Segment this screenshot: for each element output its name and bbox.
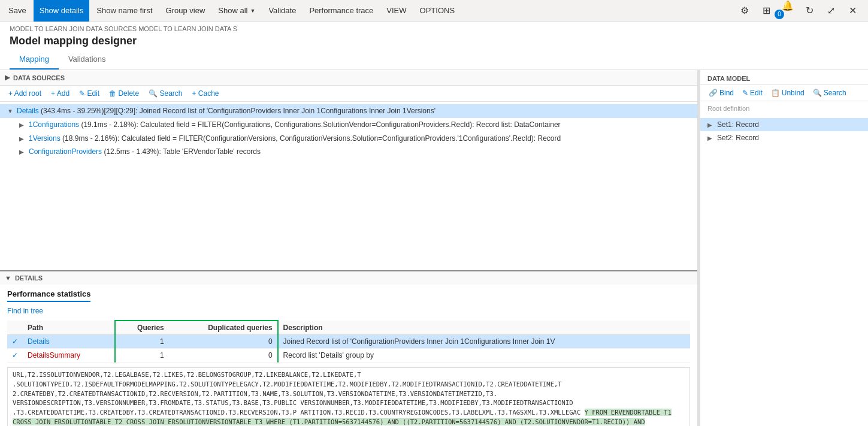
- open-in-new-icon-btn[interactable]: ⤢: [822, 2, 839, 19]
- dm-edit-label: Edit: [750, 89, 763, 97]
- dm-edit-button[interactable]: ✎ Edit: [739, 87, 766, 98]
- close-icon-btn[interactable]: ✕: [844, 2, 861, 19]
- tabs-bar: Mapping Validations: [0, 51, 868, 70]
- detailssummary-path-link: DetailsSummary: [28, 351, 80, 359]
- dm-search-icon: 🔍: [813, 89, 822, 97]
- cache-button[interactable]: + Cache: [188, 88, 222, 99]
- performance-trace-button[interactable]: Performance trace: [303, 0, 379, 22]
- notification-badge: 0: [775, 10, 784, 19]
- col-path: Path: [23, 321, 115, 335]
- unbind-icon: 📋: [771, 89, 780, 97]
- tab-validations[interactable]: Validations: [59, 51, 116, 70]
- tree-item-1configurations-text: 1Configurations (19.1ms - 2.18%): Calcul…: [29, 120, 692, 130]
- lower-section: ▼ DETAILS Performance statistics Find in…: [0, 270, 697, 426]
- unbind-label: Unbind: [782, 89, 805, 97]
- data-model-toolbar: 🔗 Bind ✎ Edit 📋 Unbind 🔍 Search: [700, 85, 868, 101]
- show-all-label: Show all: [218, 6, 247, 15]
- right-panel: DATA MODEL 🔗 Bind ✎ Edit 📋 Unbind 🔍 Sear…: [700, 70, 868, 426]
- desc-cell-summary: Record list 'Details' group by: [278, 349, 690, 362]
- dm-search-label: Search: [824, 89, 846, 97]
- path-cell-summary[interactable]: DetailsSummary: [23, 349, 115, 362]
- page-title: Model mapping designer: [0, 34, 868, 51]
- tree-item-configproviders-text: ConfigurationProviders (12.5ms - 1.43%):…: [29, 147, 692, 157]
- expand-icon-2: ▶: [19, 135, 26, 143]
- collapse-icon: ▼: [7, 107, 14, 116]
- group-view-button[interactable]: Group view: [160, 0, 211, 22]
- data-sources-label: DATA SOURCES: [13, 74, 65, 81]
- tree-item-1configurations[interactable]: ▶ 1Configurations (19.1ms - 2.18%): Calc…: [0, 118, 697, 132]
- details-path-link: Details: [28, 337, 50, 346]
- performance-table: Path Queries Duplicated queries Descript…: [7, 320, 690, 362]
- options-button[interactable]: OPTIONS: [414, 0, 461, 22]
- chevron-down-icon: ▼: [250, 8, 255, 14]
- details-collapse-icon: ▼: [5, 274, 11, 282]
- split-content: ▶ DATA SOURCES + Add root + Add ✎ Edit 🗑…: [0, 70, 868, 426]
- find-in-tree-link[interactable]: Find in tree: [7, 307, 43, 315]
- page-wrapper: MODEL TO LEARN JOIN DATA SOURCES MODEL T…: [0, 22, 868, 426]
- show-all-button[interactable]: Show all ▼: [212, 0, 261, 22]
- expand-icon-3: ▶: [19, 148, 26, 156]
- unbind-button[interactable]: 📋 Unbind: [767, 87, 808, 98]
- bind-label: Bind: [719, 89, 734, 97]
- tree-item-1versions-text: 1Versions (18.9ms - 2.16%): Calculated f…: [29, 134, 692, 144]
- left-panel: ▶ DATA SOURCES + Add root + Add ✎ Edit 🗑…: [0, 70, 698, 426]
- apps-icon-btn[interactable]: ⊞: [758, 2, 775, 19]
- add-button[interactable]: + Add: [47, 88, 73, 99]
- toolbar-icons: ⚙ ⊞ 🔔 0 ↻ ⤢ ✕: [736, 0, 861, 24]
- breadcrumb: MODEL TO LEARN JOIN DATA SOURCES MODEL T…: [0, 22, 868, 34]
- tree-area: ▼ Details (343.4ms - 39.25%)[29][Q:29]: …: [0, 102, 697, 270]
- sql-highlight-span: Y FROM ERVENDORTABLE T1 CROSS JOIN ERSOL…: [13, 409, 672, 426]
- check-cell-details: ✓: [7, 335, 23, 349]
- bind-button[interactable]: 🔗 Bind: [705, 87, 737, 98]
- sql-text-container[interactable]: URL,T2.ISSOLUTIONVENDOR,T2.LEGALBASE,T2.…: [7, 367, 690, 426]
- dup-queries-cell-details: 0: [169, 335, 278, 349]
- details-label: DETAILS: [15, 274, 43, 282]
- tree-item-details-text: Details (343.4ms - 39.25%)[29][Q:29]: Jo…: [17, 106, 692, 116]
- edit-button[interactable]: ✎ Edit: [75, 88, 103, 99]
- performance-table-container: Path Queries Duplicated queries Descript…: [7, 320, 690, 362]
- dm-tree-item-set1[interactable]: ▶ Set1: Record: [700, 118, 868, 131]
- dup-queries-cell-summary: 0: [169, 349, 278, 362]
- path-cell-details[interactable]: Details: [23, 335, 115, 349]
- data-model-tree: ▶ Set1: Record ▶ Set2: Record: [700, 116, 868, 426]
- root-definition-label: Root definition: [700, 101, 868, 116]
- refresh-icon-btn[interactable]: ↻: [801, 2, 818, 19]
- settings-icon-btn[interactable]: ⚙: [736, 2, 753, 19]
- tree-item-details[interactable]: ▼ Details (343.4ms - 39.25%)[29][Q:29]: …: [0, 104, 697, 118]
- notification-wrapper: 🔔 0: [779, 0, 796, 24]
- dm-search-button[interactable]: 🔍 Search: [809, 87, 850, 98]
- tree-item-configproviders[interactable]: ▶ ConfigurationProviders (12.5ms - 1.43%…: [0, 145, 697, 159]
- delete-button[interactable]: 🗑 Delete: [105, 88, 143, 99]
- search-button[interactable]: 🔍 Search: [145, 88, 186, 99]
- queries-cell-details: 1: [115, 335, 169, 349]
- add-root-button[interactable]: + Add root: [5, 88, 45, 99]
- save-button[interactable]: Save: [2, 0, 32, 22]
- validate-button[interactable]: Validate: [262, 0, 302, 22]
- queries-cell-summary: 1: [115, 349, 169, 362]
- details-body: Performance statistics Find in tree Path…: [0, 285, 697, 426]
- set1-expand-icon: ▶: [707, 122, 713, 128]
- table-row-detailssummary[interactable]: ✓ DetailsSummary 1 0 Record list 'Detail…: [7, 349, 690, 362]
- view-button[interactable]: VIEW: [380, 0, 412, 22]
- col-description: Description: [278, 321, 690, 335]
- sql-text-block: URL,T2.ISSOLUTIONVENDOR,T2.LEGALBASE,T2.…: [7, 367, 690, 426]
- performance-statistics-title: Performance statistics: [7, 289, 90, 302]
- edit-icon: ✎: [742, 89, 748, 97]
- set2-expand-icon: ▶: [707, 135, 713, 141]
- table-row-details[interactable]: ✓ Details 1 0 Joined Record list of 'Con…: [7, 335, 690, 349]
- details-header[interactable]: ▼ DETAILS: [0, 271, 697, 285]
- tree-item-1versions[interactable]: ▶ 1Versions (18.9ms - 2.16%): Calculated…: [0, 132, 697, 146]
- dm-tree-item-set2[interactable]: ▶ Set2: Record: [700, 131, 868, 144]
- expand-icon: ▶: [5, 74, 10, 81]
- set2-label: Set2: Record: [717, 134, 759, 142]
- col-check: [7, 321, 23, 335]
- data-sources-toolbar: + Add root + Add ✎ Edit 🗑 Delete 🔍 Searc…: [0, 86, 697, 102]
- set1-label: Set1: Record: [717, 120, 759, 129]
- show-name-first-button[interactable]: Show name first: [90, 0, 158, 22]
- bind-icon: 🔗: [709, 89, 718, 97]
- col-queries: Queries: [115, 321, 169, 335]
- show-details-button[interactable]: Show details: [34, 0, 90, 22]
- tab-mapping[interactable]: Mapping: [10, 51, 59, 70]
- data-sources-header[interactable]: ▶ DATA SOURCES: [0, 70, 697, 86]
- check-cell-summary: ✓: [7, 349, 23, 362]
